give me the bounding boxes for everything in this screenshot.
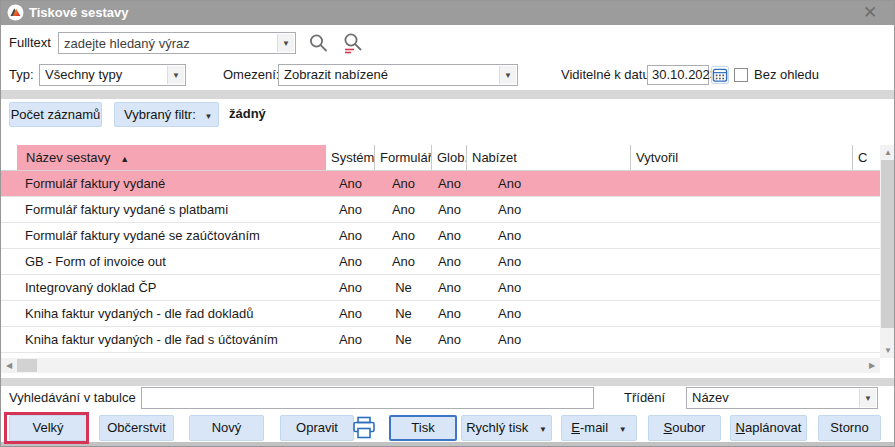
novy-button[interactable]: Nový	[189, 415, 264, 441]
divider	[1, 90, 894, 99]
column-header-vytvoril[interactable]: Vytvořil	[631, 145, 853, 170]
cell-system: Ano	[326, 171, 375, 196]
omezeni-label: Omezení:	[223, 64, 279, 86]
column-header-nabizet[interactable]: Nabízet	[467, 145, 631, 170]
table-row[interactable]: Kniha faktur vydaných - dle řad dokladů …	[1, 301, 880, 327]
selected-filter-value: žádný	[229, 103, 266, 125]
column-header-label: Název sestavy	[26, 150, 111, 165]
report-name: Kniha faktur vydaných - dle řad s účtová…	[17, 327, 326, 352]
cell-glob: Ano	[432, 275, 467, 300]
storno-button[interactable]: Storno	[818, 415, 881, 441]
search-icon[interactable]	[307, 32, 329, 54]
horizontal-scrollbar[interactable]: ◀ ▶	[1, 358, 880, 373]
printer-icon	[351, 416, 377, 440]
table-search-input[interactable]	[141, 387, 594, 409]
omezeni-value: Zobrazit nabízené	[284, 65, 497, 85]
cell-formular: Ano	[375, 249, 432, 274]
window-title: Tiskové sestavy	[29, 5, 129, 20]
chevron-down-icon: ▼	[204, 112, 212, 121]
cell-glob: Ano	[432, 249, 467, 274]
table-row[interactable]: Formulář faktury vydané Ano Ano Ano Ano	[1, 171, 880, 197]
bez-ohledu-checkbox[interactable]	[734, 68, 748, 82]
cell-nabizet: Ano	[467, 171, 631, 196]
table-search-label: Vyhledávání v tabulce	[9, 387, 136, 409]
report-name: Formulář faktury vydané	[17, 171, 326, 196]
cell-formular: Ano	[375, 171, 432, 196]
cell-system: Ano	[326, 249, 375, 274]
opravit-button[interactable]: Opravit	[280, 415, 354, 441]
cell-system: Ano	[326, 327, 375, 352]
cell-nabizet: Ano	[467, 301, 631, 326]
cell-glob: Ano	[432, 223, 467, 248]
cell-formular: Ne	[375, 275, 432, 300]
sort-asc-icon: ▲	[120, 154, 129, 164]
report-name: Integrovaný doklad ČP	[17, 275, 326, 300]
vertical-scrollbar[interactable]: ▲ ▼	[880, 145, 895, 358]
column-header-glob[interactable]: Glob...	[432, 145, 467, 170]
divider	[1, 378, 894, 386]
column-header-truncated[interactable]: C	[853, 145, 880, 170]
viditelne-label: Viditelné k datu:	[561, 64, 653, 86]
soubor-button[interactable]: Soubor	[648, 415, 721, 441]
scroll-up-icon[interactable]: ▲	[880, 145, 895, 160]
fulltext-input[interactable]	[59, 33, 275, 53]
fulltext-label: Fulltext	[9, 32, 51, 54]
cell-system: Ano	[326, 223, 375, 248]
omezeni-select[interactable]: Zobrazit nabízené ▼	[278, 64, 518, 86]
selected-filter-dropdown[interactable]: Vybraný filtr: ▼	[114, 102, 219, 127]
table-row[interactable]: Integrovaný doklad ČP Ano Ne Ano Ano	[1, 275, 880, 301]
record-count-button[interactable]: Počet záznamů	[9, 102, 102, 127]
scroll-down-icon[interactable]: ▼	[880, 343, 895, 358]
column-header-formular[interactable]: Formulář	[375, 145, 432, 170]
scroll-left-icon[interactable]: ◀	[1, 358, 17, 373]
velky-ciselnik-button[interactable]: Velký číselník	[9, 415, 87, 441]
date-field[interactable]: 30.10.2023	[647, 65, 709, 85]
table-row[interactable]: Kniha faktur vydaných - dle řad s účtová…	[1, 327, 880, 353]
printer-dropdown[interactable]: ▼	[351, 415, 391, 441]
email-dropdown[interactable]: E-mail ▼	[561, 415, 637, 441]
trideni-value: Název	[692, 388, 857, 408]
close-icon[interactable]: ✕	[858, 2, 882, 24]
report-name: Formulář faktury vydané s platbami	[17, 197, 326, 222]
rychly-tisk-dropdown[interactable]: Rychlý tisk ▼	[461, 415, 552, 441]
horizontal-scrollbar-thumb[interactable]	[17, 359, 37, 372]
cell-system: Ano	[326, 275, 375, 300]
table-row[interactable]: GB - Form of invoice out Ano Ano Ano Ano	[1, 249, 880, 275]
search-in-results-icon[interactable]	[340, 31, 364, 56]
title-bar: Tiskové sestavy ✕	[1, 1, 894, 25]
tisk-button[interactable]: Tisk	[389, 415, 457, 441]
cell-formular: Ano	[375, 223, 432, 248]
rychly-tisk-label: Rychlý tisk	[466, 420, 528, 435]
typ-select[interactable]: Všechny typy ▼	[39, 64, 186, 86]
naplanovat-label: Naplánovat	[736, 416, 802, 440]
cell-glob: Ano	[432, 301, 467, 326]
cell-nabizet: Ano	[467, 327, 631, 352]
vertical-scrollbar-thumb[interactable]	[881, 160, 895, 328]
cell-nabizet: Ano	[467, 197, 631, 222]
table-row[interactable]: Formulář faktury vydané s platbami Ano A…	[1, 197, 880, 223]
window-frame	[1, 442, 894, 447]
app-logo-icon	[7, 4, 24, 21]
scroll-right-icon[interactable]: ▶	[864, 358, 880, 373]
cell-glob: Ano	[432, 171, 467, 196]
typ-value: Všechny typy	[45, 65, 165, 85]
chevron-down-icon[interactable]: ▼	[499, 66, 516, 84]
column-header-nazev[interactable]: Název sestavy ▲	[17, 145, 326, 170]
column-header-system[interactable]: Systém...	[326, 145, 375, 170]
cell-glob: Ano	[432, 327, 467, 352]
chevron-down-icon[interactable]: ▼	[167, 66, 184, 84]
cell-system: Ano	[326, 301, 375, 326]
cell-nabizet: Ano	[467, 275, 631, 300]
calendar-button[interactable]	[711, 66, 729, 84]
table-header: Název sestavy ▲ Systém... Formulář Glob.…	[1, 145, 880, 171]
naplanovat-button[interactable]: Naplánovat	[730, 415, 807, 441]
cell-nabizet: Ano	[467, 223, 631, 248]
table-row[interactable]: Formulář faktury vydané se zaúčtováním A…	[1, 223, 880, 249]
chevron-down-icon[interactable]: ▼	[859, 389, 876, 407]
selected-filter-label: Vybraný filtr:	[124, 107, 196, 122]
obcerstvit-button[interactable]: Občerstvit	[99, 415, 174, 441]
trideni-select[interactable]: Název ▼	[686, 387, 878, 409]
cell-formular: Ne	[375, 301, 432, 326]
fulltext-combo[interactable]: ▼	[58, 32, 296, 54]
chevron-down-icon[interactable]: ▼	[277, 34, 294, 52]
